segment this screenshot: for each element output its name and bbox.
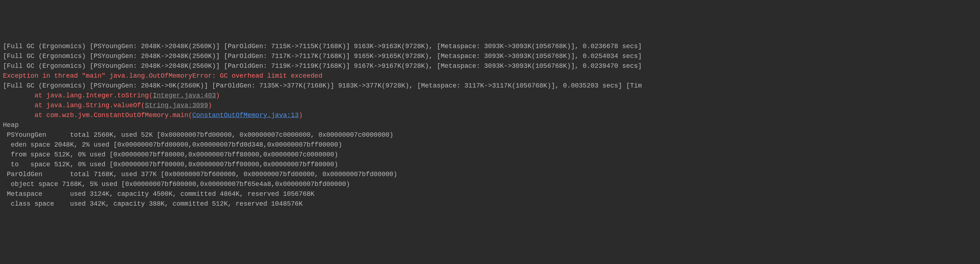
- stack-frame-prefix: at com.wzb.jvm.ConstantOutOfMemory.main(: [3, 112, 192, 119]
- stack-frame-suffix: ): [299, 112, 303, 119]
- exception-header: Exception in thread "main" java.lang.Out…: [3, 71, 977, 81]
- gc-log-line: [Full GC (Ergonomics) [PSYoungGen: 2048K…: [3, 61, 977, 71]
- heap-line: to space 512K, 0% used [0x00000007bff000…: [3, 160, 977, 169]
- source-link[interactable]: String.java:3099: [145, 102, 208, 109]
- stack-frame-suffix: ): [208, 102, 212, 109]
- console-output: [Full GC (Ergonomics) [PSYoungGen: 2048K…: [3, 41, 977, 209]
- gc-log-line: [Full GC (Ergonomics) [PSYoungGen: 2048K…: [3, 41, 977, 51]
- stack-frame-prefix: at java.lang.String.valueOf(: [3, 102, 145, 109]
- stack-frame: at java.lang.Integer.toString(Integer.ja…: [3, 91, 977, 101]
- heap-line: object space 7168K, 5% used [0x00000007b…: [3, 179, 977, 189]
- stack-frame-suffix: ): [216, 92, 220, 99]
- heap-line: class space used 342K, capacity 388K, co…: [3, 199, 977, 209]
- stack-frame: at java.lang.String.valueOf(String.java:…: [3, 101, 977, 111]
- heap-line: eden space 2048K, 2% used [0x00000007bfd…: [3, 140, 977, 150]
- heap-line: Metaspace used 3124K, capacity 4500K, co…: [3, 189, 977, 199]
- source-link[interactable]: Integer.java:403: [153, 92, 216, 99]
- heap-line: PSYoungGen total 2560K, used 52K [0x0000…: [3, 130, 977, 140]
- heap-line: ParOldGen total 7168K, used 377K [0x0000…: [3, 169, 977, 179]
- source-link[interactable]: ConstantOutOfMemory.java:13: [192, 112, 299, 119]
- stack-frame-prefix: at java.lang.Integer.toString(: [3, 92, 153, 99]
- heap-header: Heap: [3, 120, 977, 130]
- gc-log-line: [Full GC (Ergonomics) [PSYoungGen: 2048K…: [3, 81, 977, 91]
- heap-line: from space 512K, 0% used [0x00000007bff8…: [3, 150, 977, 160]
- gc-log-line: [Full GC (Ergonomics) [PSYoungGen: 2048K…: [3, 51, 977, 61]
- stack-frame: at com.wzb.jvm.ConstantOutOfMemory.main(…: [3, 111, 977, 120]
